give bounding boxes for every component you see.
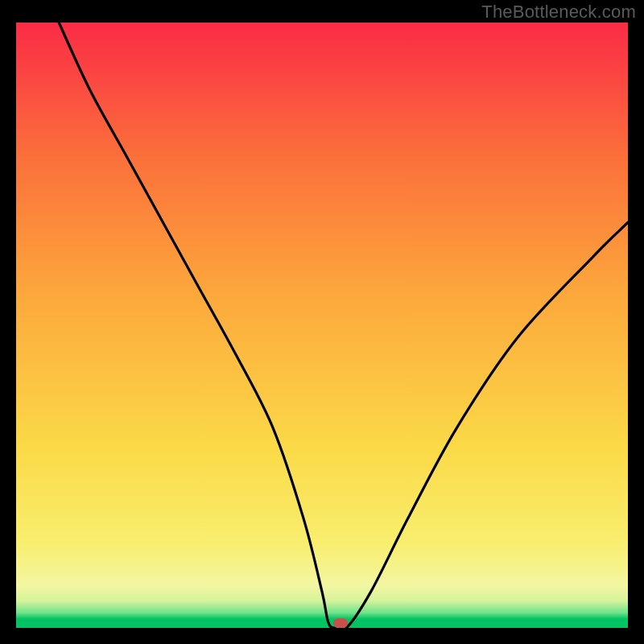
curve-svg [16,23,628,628]
plot-area [16,23,628,628]
bottleneck-curve-path [59,23,628,628]
chart-frame: TheBottleneck.com [0,0,644,644]
watermark-text: TheBottleneck.com [481,2,636,23]
minimum-marker [333,618,348,628]
